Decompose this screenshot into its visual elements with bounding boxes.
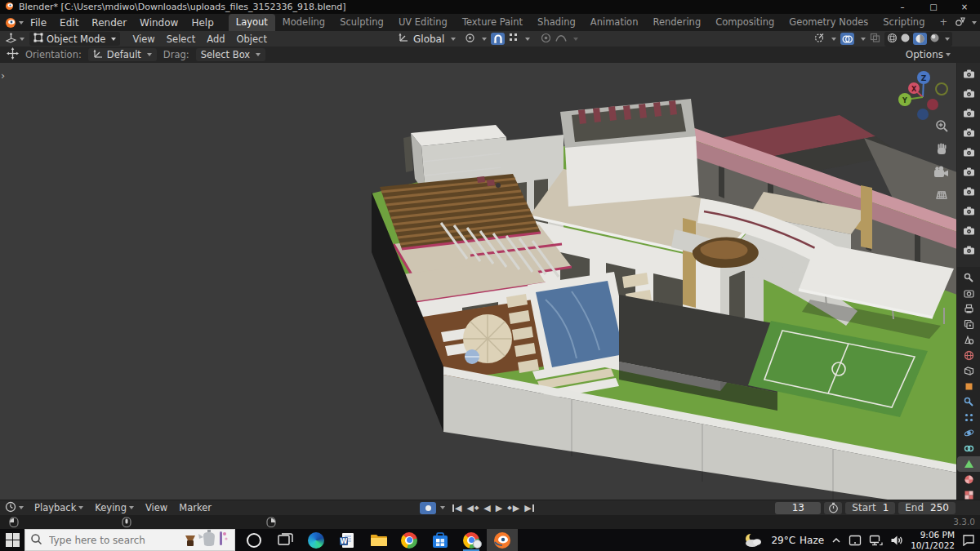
shading-wireframe-icon[interactable]: [887, 33, 898, 46]
timeline-menu-marker[interactable]: Marker: [173, 501, 217, 514]
add-workspace-button[interactable]: +: [932, 14, 955, 31]
properties-tab-modifiers[interactable]: [957, 394, 980, 410]
taskbar-app-task-view[interactable]: [270, 529, 301, 551]
snap-magnet-icon[interactable]: [491, 33, 505, 45]
properties-tab-view-layer[interactable]: [957, 317, 980, 332]
camera-render-toggle-icon[interactable]: [963, 246, 975, 257]
proportional-editing-icon[interactable]: [541, 33, 551, 46]
drag-dropdown[interactable]: Select Box: [196, 48, 266, 61]
timeline-menu-keying[interactable]: Keying: [89, 501, 140, 514]
tab-scripting[interactable]: Scripting: [875, 14, 932, 31]
properties-tab-material[interactable]: [957, 472, 980, 487]
taskbar-search[interactable]: [24, 529, 235, 551]
shading-solid-icon[interactable]: [900, 33, 911, 46]
show-gizmo-icon[interactable]: [813, 33, 825, 46]
clock[interactable]: 9:06 PM 10/1/2022: [911, 530, 955, 549]
close-button[interactable]: ×: [949, 0, 980, 14]
start-button[interactable]: [0, 529, 24, 551]
properties-tab-tool[interactable]: [957, 270, 980, 286]
tab-uv-editing[interactable]: UV Editing: [391, 14, 455, 31]
properties-tab-render[interactable]: [957, 286, 980, 301]
camera-render-toggle-icon[interactable]: [963, 187, 975, 198]
camera-render-toggle-icon[interactable]: [963, 89, 975, 100]
options-dropdown[interactable]: Options: [906, 49, 951, 60]
menu-render[interactable]: Render: [85, 16, 133, 30]
properties-tab-world[interactable]: [957, 348, 980, 363]
taskbar-app-microsoft-store[interactable]: [425, 529, 456, 551]
3d-scene-render[interactable]: [0, 63, 957, 500]
zoom-icon[interactable]: [934, 118, 949, 136]
menu-file[interactable]: File: [24, 16, 53, 30]
use-preview-range-icon[interactable]: [824, 502, 842, 514]
taskbar-app-chrome[interactable]: [394, 529, 425, 551]
timeline-editor-icon[interactable]: [5, 501, 16, 515]
properties-tab-object-data[interactable]: [957, 456, 980, 472]
shading-rendered-icon[interactable]: [929, 33, 940, 46]
transform-orientation[interactable]: Global: [413, 33, 444, 45]
shading-material-preview-icon[interactable]: [913, 33, 927, 45]
camera-render-toggle-icon[interactable]: [963, 226, 975, 238]
play-reverse-button[interactable]: ◀: [481, 503, 492, 513]
action-center-icon[interactable]: [962, 534, 975, 546]
camera-view-icon[interactable]: [933, 166, 949, 181]
viewport-menu-add[interactable]: Add: [201, 33, 230, 46]
minimize-button[interactable]: –: [887, 0, 918, 14]
editor-type-icon[interactable]: [5, 33, 17, 46]
maximize-button[interactable]: □: [918, 0, 949, 14]
toolbar-expand-arrow[interactable]: ›: [1, 69, 5, 82]
snap-with-icon[interactable]: [509, 33, 519, 45]
viewport-menu-object[interactable]: Object: [231, 33, 273, 46]
properties-tab-constraints[interactable]: [957, 441, 980, 456]
next-keyframe-button[interactable]: ◆▶: [505, 503, 522, 513]
end-frame-field[interactable]: End 250: [898, 502, 956, 514]
timeline-menu-playback[interactable]: Playback: [29, 501, 89, 514]
network-icon[interactable]: [869, 535, 883, 546]
taskbar-app-word[interactable]: W: [332, 529, 363, 551]
display-tray-icon[interactable]: [849, 535, 862, 546]
taskbar-app-cortana[interactable]: [238, 529, 270, 551]
pan-icon[interactable]: [934, 142, 949, 159]
properties-tab-collection[interactable]: [957, 363, 980, 379]
camera-render-toggle-icon[interactable]: [963, 128, 975, 140]
taskbar-app-edge[interactable]: [301, 529, 332, 551]
auto-keying-button[interactable]: [420, 502, 436, 514]
jump-to-start-button[interactable]: ◀: [450, 503, 464, 513]
properties-tab-scene[interactable]: [957, 332, 980, 348]
viewport-menu-view[interactable]: View: [127, 33, 160, 46]
properties-tab-texture[interactable]: [957, 487, 980, 500]
menu-help[interactable]: Help: [185, 16, 220, 30]
weather-icon[interactable]: [742, 532, 764, 549]
orthographic-grid-icon[interactable]: [934, 188, 949, 203]
properties-tab-physics[interactable]: [957, 425, 980, 441]
weather-widget[interactable]: 29°C Haze: [771, 535, 824, 546]
timeline-menu-view[interactable]: View: [140, 501, 173, 514]
navigation-gizmo[interactable]: Z X Y: [898, 66, 952, 122]
camera-render-toggle-icon[interactable]: [963, 167, 975, 179]
move-tool-icon[interactable]: [7, 47, 19, 62]
previous-keyframe-button[interactable]: ◀◆: [464, 503, 481, 513]
camera-render-toggle-icon[interactable]: [963, 207, 975, 218]
properties-tab-particles[interactable]: [957, 410, 980, 425]
taskbar-app-chrome-profile[interactable]: [456, 529, 487, 551]
tab-shading[interactable]: Shading: [530, 14, 583, 31]
hidden-icons-chevron[interactable]: [831, 537, 841, 544]
play-button[interactable]: ▶: [493, 503, 505, 513]
orientation-dropdown[interactable]: Default: [88, 48, 157, 61]
taskbar-app-file-explorer[interactable]: [363, 529, 394, 551]
menu-window[interactable]: Window: [133, 16, 185, 30]
search-input[interactable]: [47, 534, 177, 547]
proportional-falloff-icon[interactable]: [555, 33, 567, 45]
volume-icon[interactable]: [890, 535, 903, 546]
properties-tab-output[interactable]: [957, 301, 980, 317]
scene-icon[interactable]: [955, 16, 966, 29]
tab-rendering[interactable]: Rendering: [645, 14, 708, 31]
tab-modeling[interactable]: Modeling: [275, 14, 332, 31]
mode-dropdown[interactable]: Object Mode: [29, 32, 120, 46]
tab-compositing[interactable]: Compositing: [708, 14, 782, 31]
jump-to-end-button[interactable]: ▶: [522, 503, 536, 513]
viewport-menu-select[interactable]: Select: [161, 33, 201, 46]
tab-texture-paint[interactable]: Texture Paint: [455, 14, 530, 31]
properties-tab-object[interactable]: [957, 379, 980, 394]
tab-layout[interactable]: Layout: [229, 14, 275, 31]
camera-render-toggle-icon[interactable]: [963, 109, 975, 120]
